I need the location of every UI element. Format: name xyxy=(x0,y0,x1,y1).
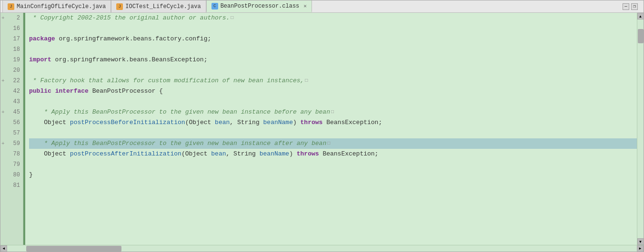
line-numbers: 216171819202242434556575978798081 xyxy=(0,13,23,245)
code-token: authors xyxy=(200,13,226,23)
code-container: 216171819202242434556575978798081 * Copy… xyxy=(0,13,644,245)
tab-label: IOCTest_LifeCycle.java xyxy=(125,3,201,10)
scroll-thumb-v[interactable] xyxy=(638,29,644,43)
code-line xyxy=(29,23,637,34)
code-line xyxy=(29,159,637,170)
code-token: ) xyxy=(289,149,297,159)
code-token: instance xyxy=(241,138,271,149)
horizontal-scrollbar[interactable]: ◄ ► xyxy=(0,245,644,252)
editor-window: JMainConfigOfLifeCycle.javaJIOCTest_Life… xyxy=(0,0,644,252)
code-token: postProcessBeforeInitialization xyxy=(70,117,185,128)
code-token: bean xyxy=(211,149,226,159)
code-token: , String xyxy=(226,149,260,159)
tab-tab3[interactable]: CBeanPostProcessor.class✕ xyxy=(206,0,312,12)
code-token: Apply xyxy=(51,107,70,117)
code-token: org.springframework.beans.factory.config… xyxy=(55,34,211,44)
code-token: hook that xyxy=(66,76,107,86)
tab-label: MainConfigOfLifeCycle.java xyxy=(17,3,106,10)
line-number: 45 xyxy=(0,107,23,117)
code-token: beanName xyxy=(263,117,293,128)
tab-icon-java: J xyxy=(116,3,123,10)
scroll-track-v[interactable] xyxy=(637,19,644,238)
code-token: (Object xyxy=(181,149,211,159)
code-token: ) xyxy=(293,117,301,128)
code-token: * xyxy=(29,107,51,117)
code-token: after any bean xyxy=(271,138,326,149)
line-number: 17 xyxy=(0,34,23,44)
code-token: BeanPostProcessor { xyxy=(89,86,163,97)
code-token: org.springframework.beans.BeansException… xyxy=(51,55,208,65)
code-token: * xyxy=(29,138,51,149)
minimize-button[interactable]: — xyxy=(623,3,629,10)
code-line xyxy=(29,97,637,107)
code-line xyxy=(29,180,637,191)
code-token: instance xyxy=(241,107,271,117)
code-token: BeansException; xyxy=(322,117,382,128)
scroll-right-arrow[interactable]: ► xyxy=(637,245,644,252)
scroll-track-h[interactable] xyxy=(7,245,637,252)
line-number: 2 xyxy=(0,13,23,23)
scroll-up-arrow[interactable]: ▲ xyxy=(637,13,644,19)
code-line xyxy=(29,128,637,138)
code-token: import xyxy=(29,55,51,65)
expand-icon: □ xyxy=(305,76,308,86)
line-number: 81 xyxy=(0,180,23,191)
code-token: Object xyxy=(29,117,70,128)
expand-icon: □ xyxy=(331,107,334,117)
code-token: . xyxy=(226,13,230,23)
code-line xyxy=(29,44,637,55)
code-token: throws xyxy=(297,149,319,159)
code-line: * Apply this BeanPostProcessor to the gi… xyxy=(29,138,637,149)
title-bar: JMainConfigOfLifeCycle.javaJIOCTest_Life… xyxy=(0,0,644,13)
code-token: new bean instances, xyxy=(230,76,304,86)
line-number: 43 xyxy=(0,97,23,107)
code-line: package org.springframework.beans.factor… xyxy=(29,34,637,44)
code-line: import org.springframework.beans.BeansEx… xyxy=(29,55,637,65)
line-number: 19 xyxy=(0,55,23,65)
code-token: before any bean xyxy=(271,107,330,117)
code-token: (Object xyxy=(185,117,215,128)
line-number: 80 xyxy=(0,170,23,180)
expand-icon: □ xyxy=(327,138,330,149)
code-token: of xyxy=(222,76,230,86)
restore-button[interactable]: ❐ xyxy=(631,3,638,10)
scroll-left-arrow[interactable]: ◄ xyxy=(0,245,7,252)
code-token: beanName xyxy=(260,149,289,159)
code-token xyxy=(51,86,55,97)
code-area[interactable]: * Copyright 2002-2015 the original autho… xyxy=(25,13,637,245)
tab-tab1[interactable]: JMainConfigOfLifeCycle.java xyxy=(2,0,111,12)
code-token: package xyxy=(29,34,55,44)
tab-icon-class: C xyxy=(211,3,218,10)
vertical-scrollbar[interactable]: ▲ ▼ xyxy=(637,13,644,245)
code-line: } xyxy=(29,170,637,180)
window-controls: — ❐ xyxy=(623,3,638,10)
line-number: 16 xyxy=(0,23,23,34)
tab-tab2[interactable]: JIOCTest_LifeCycle.java xyxy=(111,0,206,12)
code-token: bean xyxy=(215,117,230,128)
code-line: * Apply this BeanPostProcessor to the gi… xyxy=(29,107,637,117)
scroll-down-arrow[interactable]: ▼ xyxy=(637,238,644,245)
code-token: Apply xyxy=(51,138,70,149)
tab-bar: JMainConfigOfLifeCycle.javaJIOCTest_Life… xyxy=(2,0,312,12)
code-token: for custom modification xyxy=(130,76,222,86)
code-token: , String xyxy=(230,117,263,128)
line-number: 18 xyxy=(0,44,23,55)
line-number: 22 xyxy=(0,76,23,86)
code-token xyxy=(237,107,241,117)
scroll-thumb-h[interactable] xyxy=(26,246,121,252)
line-number: 79 xyxy=(0,159,23,170)
tab-close-button[interactable]: ✕ xyxy=(303,3,307,9)
code-line xyxy=(29,65,637,76)
code-token: public xyxy=(29,86,51,97)
line-number: 78 xyxy=(0,149,23,159)
code-token: * Copyright 2002-2015 the original autho… xyxy=(29,13,200,23)
code-token: interface xyxy=(55,86,89,97)
code-token: Factory xyxy=(40,76,66,86)
code-token: * xyxy=(29,76,40,86)
code-token: bean xyxy=(222,138,237,149)
code-token: this BeanPostProcessor to the given new xyxy=(70,138,222,149)
line-number: 57 xyxy=(0,128,23,138)
line-number: 56 xyxy=(0,117,23,128)
code-line: * Copyright 2002-2015 the original autho… xyxy=(29,13,637,23)
line-number: 59 xyxy=(0,138,23,149)
